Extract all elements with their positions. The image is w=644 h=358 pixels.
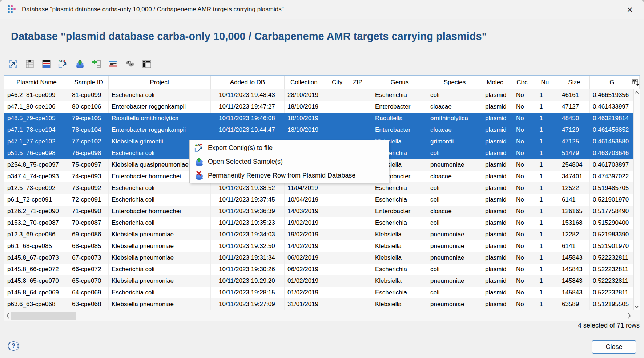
table-cell: 0.521983390 [590,229,640,240]
column-header[interactable]: ZIP ... [350,76,372,89]
table-cell: pneumoniae [427,240,482,252]
plasmid-view-icon[interactable] [125,59,135,69]
table-cell: ornithinolytica [427,113,482,124]
table-cell: 1 [536,252,559,264]
column-header[interactable]: Nu... [536,76,559,89]
table-cell: 0.474397022 [590,171,640,182]
table-cell: Klebsiella pneumoniae [109,275,211,287]
scroll-down-icon[interactable] [634,304,640,310]
table-row[interactable]: p145.8_66-cpe07266-cpe072Escherichia col… [4,264,640,275]
table-cell: Escherichia coli [109,89,211,101]
selection-status: 4 selected of 71 rows [578,322,640,329]
table-row[interactable]: p47.1_80-cpe10680-cpe106Enterobacter rog… [4,101,640,113]
table-row[interactable]: p46.2_81-cpe09981-cpe099Escherichia coli… [4,89,640,101]
svg-text:T: T [200,143,202,147]
table-cell: 80-cpe106 [69,101,109,113]
table-cell [329,89,350,101]
table-cell: No [513,113,536,124]
table-cell: 153168 [559,217,590,229]
table-cell: 126165 [559,206,590,217]
table-cell: 0.463703646 [590,147,640,159]
menu-item-open-sample[interactable]: Open Selected Sample(s) [190,155,389,168]
export-table-report-icon[interactable] [41,59,51,69]
table-cell: plasmid [482,264,513,275]
close-button[interactable]: Close [592,340,636,354]
table-row[interactable]: p153.2_70-cpe08770-cpe087Escherichia col… [4,217,640,229]
scroll-right-icon[interactable] [626,310,632,321]
table-cell: Escherichia [372,217,427,229]
column-header[interactable]: Project [109,76,211,89]
table-cell: 10/11/2023 19:35:23 [211,217,285,229]
column-header[interactable]: Circ... [513,76,536,89]
table-row[interactable]: p12.3_69-cpe08669-cpe086Klebsiella pneum… [4,229,640,240]
horizontal-scrollbar[interactable] [4,310,640,321]
table-cell: Klebsiella pneumoniae [109,252,211,264]
vertical-scrollbar[interactable] [633,89,640,310]
table-cell: Escherichia [372,287,427,298]
table-cell [329,252,350,264]
table-cell: 18/10/2019 [285,101,329,113]
export-table-icon[interactable] [8,59,18,69]
column-header[interactable]: Sample ID [69,76,109,89]
table-cell [350,298,372,310]
table-cell: 63589 [559,298,590,310]
copy-table-icon[interactable] [25,59,35,69]
table-cell: No [513,159,536,171]
table-cell [329,298,350,310]
table-row[interactable]: p6.1_68-cpe08568-cpe085Klebsiella pneumo… [4,240,640,252]
table-cell: 10/11/2023 19:37:45 [211,194,285,206]
menu-item-export-contigs[interactable]: AGT Export Contig(s) to file [190,141,389,155]
scroll-up-icon[interactable] [634,89,640,96]
table-cell: 0.463219814 [590,113,640,124]
horizontal-scroll-thumb[interactable] [11,312,76,320]
column-header[interactable]: Genus [372,76,427,89]
table-cell: 67-cpe073 [69,252,109,264]
table-cell: 74-cpe093 [69,171,109,182]
table-cell [350,194,372,206]
table-cell: Escherichia coli [109,287,211,298]
page-title: Database "plasmid database carba-only 10… [11,30,487,42]
select-columns-icon[interactable] [142,59,152,69]
menu-item-remove-row[interactable]: Permanently Remove Row from Plasmid Data… [190,168,389,182]
export-contigs-icon[interactable]: AGT [58,59,68,69]
column-header[interactable]: Added to DB [211,76,285,89]
add-sample-icon[interactable] [92,59,101,69]
close-window-icon[interactable]: ✕ [624,4,635,15]
open-sample-icon [194,157,204,166]
table-cell [329,217,350,229]
column-header[interactable]: City... [329,76,350,89]
table-row[interactable]: p47.1_78-cpe10478-cpe104Enterobacter rog… [4,124,640,136]
merge-rows-icon[interactable] [108,59,118,69]
table-cell: plasmid [482,124,513,136]
table-row[interactable]: p145.8_67-cpe07367-cpe073Klebsiella pneu… [4,252,640,264]
table-row[interactable]: p6.1_72-cpe09172-cpe091Escherichia coli1… [4,194,640,206]
column-header[interactable]: Collection... [285,76,329,89]
table-cell: 71-cpe090 [69,206,109,217]
column-header[interactable]: Size [559,76,590,89]
table-cell: cloacae [427,101,482,113]
table-row[interactable]: p145.8_65-cpe07065-cpe070Klebsiella pneu… [4,275,640,287]
column-header[interactable]: Species [427,76,482,89]
table-cell: 47129 [559,124,590,136]
table-cell: coli [427,194,482,206]
table-row[interactable]: p63.6_63-cpe06863-cpe068Klebsiella pneum… [4,298,640,310]
table-cell [329,240,350,252]
table-row[interactable]: p12.5_73-cpe09273-cpe092Escherichia coli… [4,182,640,194]
help-button[interactable]: ? [8,341,19,351]
table-cell: 145843 [559,264,590,275]
table-cell: 10/11/2023 19:44:47 [211,124,285,136]
table-cell: plasmid [482,217,513,229]
scroll-left-icon[interactable] [4,310,11,321]
table-cell: 51479 [559,147,590,159]
table-row[interactable]: p126.2_71-cpe09071-cpe090Enterobacter ho… [4,206,640,217]
column-picker-icon[interactable] [632,79,639,86]
open-sample-icon[interactable] [75,59,85,69]
table-cell: plasmid [482,113,513,124]
table-row[interactable]: p48.5_79-cpe10579-cpe105Raoultella ornit… [4,113,640,124]
table-cell: No [513,171,536,182]
table-cell: pneumoniae [427,275,482,287]
column-header[interactable]: Molec... [482,76,513,89]
table-row[interactable]: p145.8_64-cpe06964-cpe069Escherichia col… [4,287,640,298]
table-cell [329,287,350,298]
column-header[interactable]: Plasmid Name [4,76,69,89]
